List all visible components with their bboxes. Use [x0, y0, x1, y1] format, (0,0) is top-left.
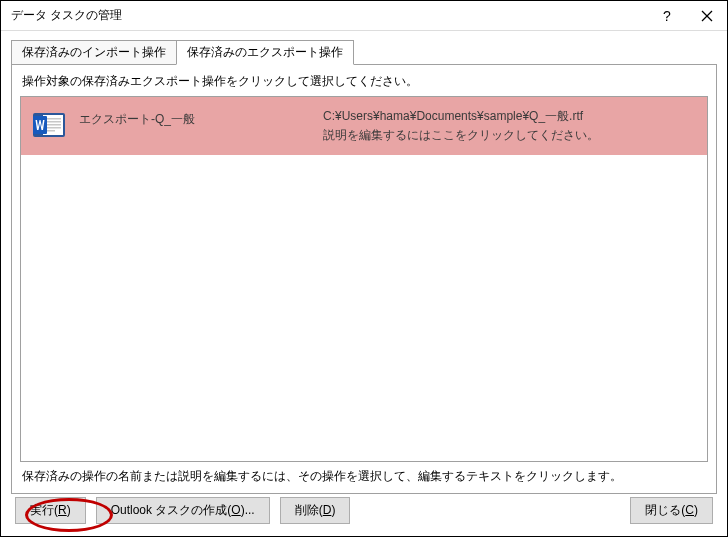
export-list[interactable]: エクスポート-Q_一般 C:¥Users¥hama¥Documents¥samp…: [20, 96, 708, 462]
titlebar: データ タスクの管理 ?: [1, 1, 727, 31]
svg-rect-9: [33, 116, 47, 134]
tab-panel-exports: 操作対象の保存済みエクスポート操作をクリックして選択してください。: [11, 64, 717, 494]
svg-rect-6: [45, 124, 61, 126]
tab-saved-exports[interactable]: 保存済みのエクスポート操作: [176, 40, 354, 65]
hint-text: 保存済みの操作の名前または説明を編集するには、その操作を選択して、編集するテキス…: [20, 468, 708, 485]
list-item[interactable]: エクスポート-Q_一般 C:¥Users¥hama¥Documents¥samp…: [21, 97, 707, 155]
delete-button-label: 削除(D): [295, 503, 336, 517]
content-area: 保存済みのインポート操作 保存済みのエクスポート操作 操作対象の保存済みエクスポ…: [1, 31, 727, 494]
window-title: データ タスクの管理: [11, 7, 647, 24]
close-window-button[interactable]: [687, 1, 727, 31]
export-description[interactable]: 説明を編集するにはここをクリックしてください。: [323, 126, 695, 145]
run-button-label: 実行(R): [30, 503, 71, 517]
svg-rect-7: [45, 127, 61, 129]
tab-strip: 保存済みのインポート操作 保存済みのエクスポート操作: [11, 39, 717, 64]
help-button[interactable]: ?: [647, 1, 687, 31]
delete-button[interactable]: 削除(D): [280, 497, 351, 524]
svg-rect-5: [45, 121, 61, 123]
outlook-task-button[interactable]: Outlook タスクの作成(O)...: [96, 497, 270, 524]
export-path: C:¥Users¥hama¥Documents¥sample¥Q_一般.rtf: [323, 107, 695, 126]
outlook-button-label: Outlook タスクの作成(O)...: [111, 503, 255, 517]
footer-buttons: 実行(R) Outlook タスクの作成(O)... 削除(D) 閉じる(C): [1, 487, 727, 536]
export-details: C:¥Users¥hama¥Documents¥sample¥Q_一般.rtf …: [323, 107, 695, 145]
instruction-text: 操作対象の保存済みエクスポート操作をクリックして選択してください。: [22, 73, 708, 90]
tab-saved-imports[interactable]: 保存済みのインポート操作: [11, 40, 177, 65]
word-doc-icon: [33, 109, 65, 141]
run-button[interactable]: 実行(R): [15, 497, 86, 524]
export-name[interactable]: エクスポート-Q_一般: [79, 107, 309, 128]
close-button-label: 閉じる(C): [645, 503, 698, 517]
close-icon: [701, 10, 713, 22]
svg-rect-4: [45, 118, 61, 120]
close-button[interactable]: 閉じる(C): [630, 497, 713, 524]
